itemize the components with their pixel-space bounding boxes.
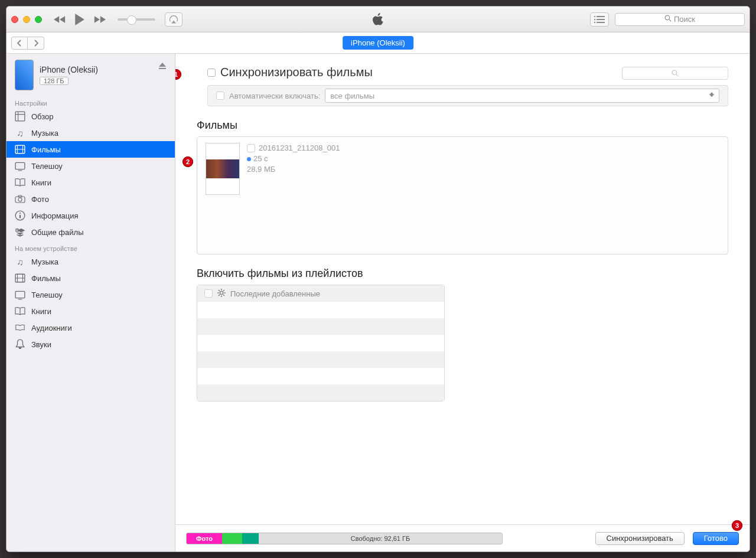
sync-movies-checkbox[interactable] <box>207 68 216 77</box>
info-icon <box>15 210 25 221</box>
svg-rect-7 <box>15 162 25 169</box>
svg-point-1 <box>594 19 595 20</box>
gear-icon <box>217 289 226 299</box>
sidebar-item-info[interactable]: Информация <box>6 207 175 224</box>
playlist-row-empty <box>197 351 444 368</box>
sync-button[interactable]: Синхронизировать <box>595 532 685 545</box>
summary-icon <box>15 111 25 122</box>
sidebar-item-device-movies[interactable]: Фильмы <box>6 270 175 286</box>
device-pill[interactable]: iPhone (Oleksii) <box>343 36 413 50</box>
movie-checkbox[interactable] <box>247 144 255 152</box>
svg-rect-17 <box>15 291 25 298</box>
auto-include-checkbox[interactable] <box>216 92 224 100</box>
playlist-checkbox[interactable] <box>204 289 213 298</box>
itunes-window: Поиск iPhone (Oleksii) iPhone (Oleksii) … <box>6 6 750 552</box>
svg-point-19 <box>220 291 223 294</box>
sidebar-item-label: Информация <box>31 211 79 220</box>
auto-include-label: Автоматически включать: <box>229 92 320 100</box>
sidebar-item-label: Аудиокниги <box>31 324 72 332</box>
minimize-icon[interactable] <box>23 16 30 23</box>
movies-section-header: Фильмы <box>197 119 728 132</box>
tv-icon <box>15 161 25 171</box>
search-icon <box>664 15 672 24</box>
playlist-row-empty <box>197 302 444 318</box>
sidebar-item-label: Книги <box>31 178 51 187</box>
playlist-row-empty <box>197 318 444 335</box>
zoom-icon[interactable] <box>35 16 42 23</box>
forward-button[interactable] <box>28 37 44 50</box>
sidebar-item-label: Звуки <box>31 340 51 349</box>
playlist-row-empty <box>197 384 444 401</box>
done-button[interactable]: Готово <box>693 532 739 545</box>
sidebar-item-photos[interactable]: Фото <box>6 191 175 207</box>
playlist-row-empty <box>197 368 444 384</box>
sidebar-item-label: Обзор <box>31 112 54 121</box>
sidebar-item-movies[interactable]: Фильмы <box>6 141 175 158</box>
unwatched-dot-icon <box>247 157 251 161</box>
sidebar-item-device-tv[interactable]: Телешоу <box>6 286 175 303</box>
prev-track-button[interactable] <box>51 13 68 26</box>
storage-seg-photos: Фото <box>187 533 222 544</box>
sidebar-item-device-music[interactable]: ♫ Музыка <box>6 253 175 270</box>
device-name: iPhone (Oleksii) <box>40 65 98 74</box>
sidebar-item-music[interactable]: ♫ Музыка <box>6 125 175 141</box>
svg-point-0 <box>594 16 595 17</box>
playlist-row-empty <box>197 335 444 351</box>
sidebar-item-label: Фильмы <box>31 274 61 283</box>
movie-duration: 25 с <box>253 154 268 163</box>
sidebar-item-books[interactable]: Книги <box>6 174 175 191</box>
movies-list: 20161231_211208_001 25 с 28,9 МБ <box>197 136 728 254</box>
sidebar-item-tvshows[interactable]: Телешоу <box>6 158 175 174</box>
storage-bar: Фото Свободно: 92,61 ГБ <box>186 533 503 544</box>
svg-rect-4 <box>159 68 166 69</box>
play-button[interactable] <box>71 13 88 26</box>
storage-free-label: Свободно: 92,61 ГБ <box>259 533 502 544</box>
svg-point-3 <box>665 15 670 20</box>
next-track-button[interactable] <box>92 13 108 26</box>
back-button[interactable] <box>11 37 28 50</box>
sidebar-item-device-ringtones[interactable]: Звуки <box>6 336 175 353</box>
movies-search-input[interactable] <box>622 67 728 80</box>
sidebar-item-label: Телешоу <box>31 291 63 299</box>
list-view-button[interactable] <box>590 12 609 27</box>
movie-name: 20161231_211208_001 <box>259 143 340 154</box>
window-controls <box>11 16 42 23</box>
svg-rect-12 <box>19 215 21 218</box>
annotation-badge-1: 1 <box>175 69 181 80</box>
sidebar-item-label: Телешоу <box>31 162 63 171</box>
svg-point-18 <box>672 70 677 75</box>
device-thumbnail <box>15 60 34 90</box>
device-capacity: 128 ГБ <box>40 77 69 85</box>
volume-slider[interactable] <box>118 18 155 21</box>
sidebar-item-shared[interactable]: A Общие файлы <box>6 224 175 240</box>
close-icon[interactable] <box>11 16 18 23</box>
titlebar: Поиск <box>6 6 750 32</box>
sidebar-item-summary[interactable]: Обзор <box>6 108 175 125</box>
sidebar: iPhone (Oleksii) 128 ГБ Настройки Обзор … <box>6 54 175 552</box>
svg-text:A: A <box>17 229 18 231</box>
sidebar-item-device-audiobooks[interactable]: Аудиокниги <box>6 319 175 336</box>
music-icon: ♫ <box>15 256 25 267</box>
playlist-name: Последние добавленные <box>230 289 320 298</box>
svg-rect-5 <box>15 112 25 121</box>
playlists-list: Последние добавленные <box>197 285 445 402</box>
movies-icon <box>15 273 25 283</box>
sidebar-item-label: Общие файлы <box>31 228 83 237</box>
movie-thumbnail[interactable] <box>206 143 240 195</box>
airplay-button[interactable] <box>165 12 183 27</box>
auto-include-row: Автоматически включать: все фильмы <box>207 85 728 106</box>
audiobook-icon <box>15 322 25 333</box>
sidebar-item-device-books[interactable]: Книги <box>6 303 175 319</box>
eject-icon[interactable] <box>158 62 167 72</box>
movie-size: 28,9 МБ <box>247 164 340 175</box>
sidebar-item-label: Музыка <box>31 129 58 138</box>
sidebar-item-label: Фильмы <box>31 145 61 154</box>
global-search-input[interactable]: Поиск <box>615 13 745 26</box>
playlists-section-header: Включить фильмы из плейлистов <box>197 267 728 280</box>
playlist-row[interactable]: Последние добавленные <box>197 285 444 302</box>
svg-point-13 <box>19 213 21 214</box>
search-placeholder: Поиск <box>674 15 695 24</box>
auto-include-select[interactable]: все фильмы <box>325 89 719 103</box>
apps-icon: A <box>15 227 25 237</box>
movie-item[interactable]: 20161231_211208_001 25 с 28,9 МБ <box>247 143 340 175</box>
